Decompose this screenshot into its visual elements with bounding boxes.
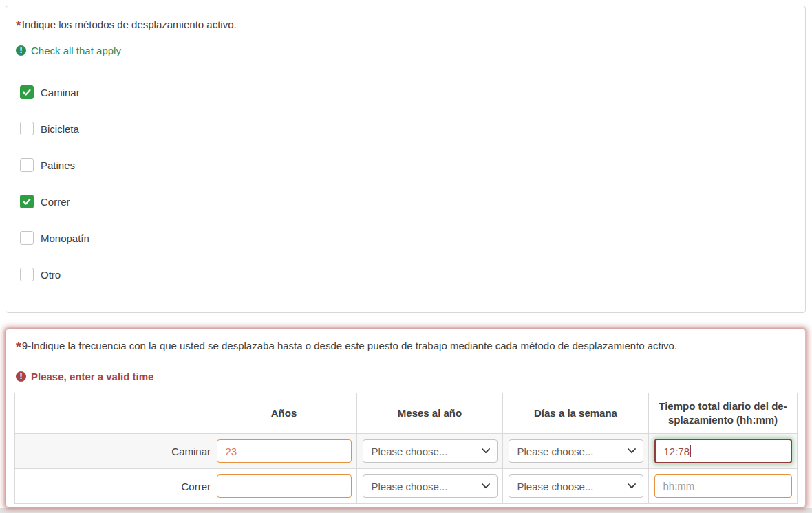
question-tip: ! Check all that apply bbox=[16, 45, 121, 56]
tip-text: Check all that apply bbox=[31, 45, 121, 56]
header-rowlabel bbox=[15, 393, 211, 434]
required-asterisk: * bbox=[16, 22, 21, 29]
checkbox-option-otro[interactable]: Otro bbox=[20, 267, 61, 282]
question-multiple-choice: *Indique los métodos de desplazamiento a… bbox=[6, 6, 806, 313]
row-label: Caminar bbox=[15, 434, 211, 469]
years-input[interactable] bbox=[217, 439, 352, 463]
header-tiempo: Tiempo total diario del de­splazamiento … bbox=[649, 393, 798, 434]
question-text: Indique los métodos de desplazamiento ac… bbox=[22, 19, 237, 30]
checkbox-option-monopatin[interactable]: Monopatín bbox=[20, 230, 89, 245]
checkbox-label[interactable]: Monopatín bbox=[41, 232, 89, 244]
select-value: Please choose... bbox=[517, 481, 594, 492]
time-input[interactable] bbox=[654, 474, 792, 498]
required-asterisk: * bbox=[16, 343, 21, 350]
table-row-correr: Correr Please choose... Please choose... bbox=[15, 469, 798, 504]
header-dias: Días a la semana bbox=[503, 393, 649, 434]
question-array-error: *9-Indique la frecuencia con la que uste… bbox=[6, 329, 806, 507]
question-title: *9-Indique la frecuencia con la que uste… bbox=[16, 339, 795, 353]
select-value: Please choose... bbox=[372, 481, 448, 492]
survey-page: *Indique los métodos de desplazamiento a… bbox=[0, 0, 812, 513]
info-icon: ! bbox=[16, 45, 26, 56]
question-text: 9-Indique la frecuencia con la que usted… bbox=[22, 340, 677, 351]
select-value: Please choose... bbox=[372, 446, 448, 457]
checkbox[interactable] bbox=[20, 195, 34, 208]
checkbox[interactable] bbox=[20, 122, 34, 135]
validation-error: ! Please, enter a valid time bbox=[16, 371, 153, 382]
days-select[interactable]: Please choose... bbox=[509, 474, 643, 498]
select-value: Please choose... bbox=[517, 446, 594, 457]
chevron-down-icon bbox=[628, 483, 636, 489]
checkbox-option-correr[interactable]: Correr bbox=[20, 194, 70, 209]
text-cursor bbox=[690, 445, 691, 457]
chevron-down-icon bbox=[628, 448, 636, 454]
chevron-down-icon bbox=[482, 448, 490, 454]
page-footer-strip bbox=[0, 508, 812, 513]
header-anos: Años bbox=[211, 393, 357, 434]
row-label: Correr bbox=[15, 469, 211, 504]
question-title: *Indique los métodos de desplazamiento a… bbox=[16, 18, 795, 32]
checkbox-label[interactable]: Bicicleta bbox=[41, 123, 79, 135]
years-input[interactable] bbox=[217, 474, 352, 498]
time-input-invalid[interactable] bbox=[654, 439, 792, 463]
checkbox-option-bicicleta[interactable]: Bicicleta bbox=[20, 121, 79, 136]
checkbox-option-patines[interactable]: Patines bbox=[20, 157, 75, 173]
frequency-table: Años Meses al año Días a la semana Tiemp… bbox=[14, 393, 798, 504]
checkbox-label[interactable]: Correr bbox=[41, 196, 70, 208]
checkbox[interactable] bbox=[20, 231, 34, 245]
header-meses: Meses al año bbox=[357, 393, 503, 434]
months-select[interactable]: Please choose... bbox=[363, 474, 498, 498]
checkbox-label[interactable]: Patines bbox=[41, 160, 75, 171]
check-icon bbox=[22, 87, 32, 97]
checkbox-option-caminar[interactable]: Caminar bbox=[20, 85, 80, 100]
checkbox[interactable] bbox=[20, 268, 34, 281]
checkbox-label[interactable]: Caminar bbox=[41, 87, 80, 98]
error-text: Please, enter a valid time bbox=[31, 371, 153, 382]
table-header-row: Años Meses al año Días a la semana Tiemp… bbox=[15, 393, 798, 434]
months-select[interactable]: Please choose... bbox=[363, 439, 498, 463]
days-select[interactable]: Please choose... bbox=[509, 439, 643, 463]
check-icon bbox=[22, 197, 32, 206]
checkbox[interactable] bbox=[20, 158, 34, 172]
chevron-down-icon bbox=[482, 483, 490, 489]
checkbox-label[interactable]: Otro bbox=[41, 269, 61, 281]
checkbox[interactable] bbox=[20, 85, 34, 99]
error-icon: ! bbox=[16, 371, 26, 382]
table-row-caminar: Caminar Please choose... Please choose..… bbox=[15, 434, 798, 469]
